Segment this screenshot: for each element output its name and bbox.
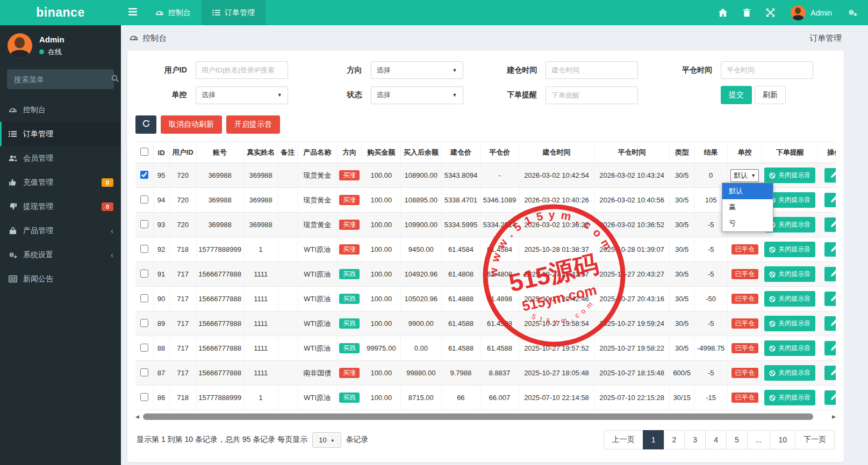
- page-button-...[interactable]: ...: [747, 430, 771, 449]
- sidebar-item-充值管理[interactable]: 充值管理0: [0, 170, 121, 194]
- sidebar-item-提现管理[interactable]: 提现管理0: [0, 194, 121, 219]
- remind-input[interactable]: [546, 86, 638, 104]
- cell-result: -5: [694, 361, 728, 386]
- prev-page-button[interactable]: 上一页: [604, 430, 643, 449]
- row-checkbox[interactable]: [140, 319, 148, 327]
- edit-button[interactable]: [824, 168, 836, 183]
- refresh-button[interactable]: 刷新: [755, 86, 786, 104]
- submit-button[interactable]: 提交: [721, 86, 752, 104]
- trash-icon[interactable]: [743, 9, 750, 17]
- cogs-icon[interactable]: [848, 9, 857, 17]
- search-icon[interactable]: [111, 75, 119, 84]
- row-checkbox[interactable]: [140, 220, 148, 228]
- expand-icon[interactable]: [766, 9, 774, 17]
- status-select[interactable]: 选择▼: [371, 86, 463, 104]
- list-icon: [8, 130, 17, 137]
- row-checkbox[interactable]: [140, 270, 148, 278]
- row-checkbox[interactable]: [140, 368, 148, 376]
- scrollbar-track[interactable]: [142, 413, 829, 420]
- enable-sound-button[interactable]: 开启提示音: [226, 115, 280, 134]
- direction-select[interactable]: 选择▼: [371, 61, 463, 79]
- page-size-select[interactable]: 10▲: [312, 432, 341, 448]
- home-icon[interactable]: [719, 9, 727, 17]
- page-button-10[interactable]: 10: [770, 430, 795, 449]
- user-menu[interactable]: Admin: [791, 5, 832, 20]
- cell-amount: 100.00: [362, 163, 400, 188]
- page-button-4[interactable]: 4: [705, 430, 727, 449]
- cell-close-time: 2025-10-27 20:43:16: [594, 287, 670, 311]
- cell-type: 30/5: [670, 213, 694, 237]
- cell-amount: 100.00: [362, 262, 400, 287]
- sidebar-item-产品管理[interactable]: 产品管理‹: [0, 219, 121, 243]
- edit-button[interactable]: [824, 390, 836, 405]
- row-checkbox[interactable]: [140, 195, 148, 204]
- nav-tab-订单管理[interactable]: 订单管理: [202, 0, 266, 25]
- list-icon: [212, 9, 220, 16]
- cancel-auto-refresh-button[interactable]: 取消自动刷新: [161, 115, 222, 134]
- sidebar-search[interactable]: [7, 69, 114, 89]
- close-sound-button[interactable]: 关闭提示音: [764, 168, 815, 183]
- cell-amount: 100.00: [362, 188, 400, 213]
- edit-button[interactable]: [824, 292, 836, 306]
- column-header: 结果: [694, 142, 728, 163]
- cell-real-name: 1: [243, 237, 278, 262]
- dropdown-option[interactable]: 默认: [722, 183, 773, 199]
- row-checkbox[interactable]: [140, 344, 148, 352]
- cell-close-time: 2025-10-27 20:43:27: [594, 262, 670, 287]
- edit-button[interactable]: [824, 193, 836, 207]
- sidebar-item-订单管理[interactable]: 订单管理: [0, 122, 121, 146]
- row-checkbox[interactable]: [140, 245, 148, 253]
- page-button-5[interactable]: 5: [726, 430, 748, 449]
- page-button-2[interactable]: 2: [664, 430, 685, 449]
- sidebar-item-会员管理[interactable]: 会员管理: [0, 146, 121, 170]
- close-sound-button[interactable]: 关闭提示音: [764, 365, 815, 381]
- open-time-input[interactable]: [546, 61, 638, 79]
- select-all-checkbox[interactable]: [140, 148, 148, 156]
- nav-tab-控制台[interactable]: 控制台: [145, 0, 202, 25]
- chevron-down-icon: ▼: [751, 173, 756, 178]
- page-button-1[interactable]: 1: [643, 430, 664, 449]
- scrollbar-thumb[interactable]: [143, 413, 813, 420]
- close-sound-button[interactable]: 关闭提示音: [764, 316, 815, 331]
- sidebar-item-系统设置[interactable]: 系统设置‹: [0, 243, 121, 267]
- brand-logo[interactable]: binance: [0, 0, 121, 25]
- edit-button[interactable]: [824, 217, 836, 232]
- close-sound-button[interactable]: 关闭提示音: [764, 266, 815, 282]
- sidebar-search-input[interactable]: [14, 75, 111, 84]
- cell-balance: 104920.96: [400, 262, 441, 287]
- close-time-input[interactable]: [721, 61, 813, 79]
- close-sound-button[interactable]: 关闭提示音: [764, 390, 815, 405]
- user-id-input[interactable]: [196, 61, 288, 79]
- edit-button[interactable]: [824, 316, 836, 331]
- edit-button[interactable]: [824, 341, 836, 355]
- sidebar-item-新闻公告[interactable]: 新闻公告: [0, 267, 121, 291]
- edit-button[interactable]: [824, 267, 836, 281]
- row-control-select[interactable]: 默认▼: [730, 169, 759, 182]
- reload-button[interactable]: [135, 115, 156, 134]
- scroll-left-arrow[interactable]: ◀: [135, 414, 142, 419]
- dropdown-option[interactable]: 赢: [722, 199, 773, 215]
- breadcrumb-left[interactable]: 控制台: [142, 33, 167, 43]
- row-checkbox[interactable]: [140, 294, 148, 302]
- cell-user-id: 717: [169, 287, 196, 311]
- close-sound-button[interactable]: 关闭提示音: [764, 242, 815, 257]
- close-sound-button[interactable]: 关闭提示音: [764, 340, 815, 356]
- close-sound-button[interactable]: 关闭提示音: [764, 291, 815, 307]
- navbar-tabs: 控制台订单管理: [121, 0, 266, 25]
- sidebar-toggle-button[interactable]: [121, 0, 145, 25]
- column-header: 账号: [196, 142, 243, 163]
- sidebar-item-控制台[interactable]: 控制台: [0, 98, 121, 122]
- edit-button[interactable]: [824, 242, 836, 257]
- row-checkbox[interactable]: [140, 393, 148, 401]
- row-checkbox[interactable]: [140, 171, 148, 179]
- scroll-right-arrow[interactable]: ▶: [829, 414, 836, 419]
- edit-button[interactable]: [824, 366, 836, 380]
- page-button-3[interactable]: 3: [684, 430, 706, 449]
- next-page-button[interactable]: 下一页: [795, 430, 835, 449]
- dropdown-option[interactable]: 亏: [722, 215, 773, 231]
- cell-close-price: -: [480, 163, 519, 188]
- direction-badge: 买涨: [339, 195, 360, 205]
- control-select[interactable]: 选择▼: [196, 86, 288, 104]
- cell-remind: 关闭提示音: [762, 262, 818, 287]
- column-header: ID: [153, 142, 169, 163]
